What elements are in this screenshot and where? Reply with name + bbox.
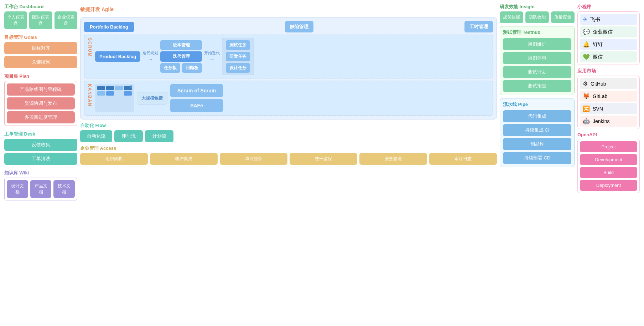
btn-roadmap[interactable]: 产品路线图与里程碑 — [7, 83, 75, 96]
left-sidebar: 工作台 Dashboard 个人仪表盘 团队仪表盘 企业仪表盘 目标管理 Goa… — [4, 4, 77, 322]
wecom-label: 企业微信 — [593, 29, 613, 35]
btn-cd[interactable]: 持续部署 CD — [503, 152, 571, 164]
btn-personal-dashboard[interactable]: 个人仪表盘 — [4, 11, 27, 29]
btn-audit[interactable]: 审计日志 — [429, 153, 497, 165]
worktime-mgmt: 工时管理 — [464, 21, 493, 32]
btn-team-dashboard[interactable]: 团队仪表盘 — [29, 11, 52, 29]
btn-auth[interactable]: 统一鉴权 — [290, 153, 357, 165]
agile-title: 敏捷开发 Agile — [80, 6, 497, 14]
kanban-content: 3 — [95, 84, 490, 112]
github-icon: ⚙ — [583, 80, 588, 87]
miniapp-dingtalk[interactable]: 🔔 钉钉 — [580, 39, 637, 50]
kanban-col-1 — [97, 86, 105, 96]
btn-org[interactable]: 组织架构 — [80, 153, 148, 165]
btn-tech-doc[interactable]: 技术文档 — [53, 180, 75, 198]
kanban-card — [115, 86, 123, 90]
reviewboard: 回顾板 — [182, 63, 202, 73]
app-github[interactable]: ⚙ GitHub — [580, 78, 637, 89]
btn-instant-flow[interactable]: 即时流 — [114, 130, 143, 142]
product-backlog: Product Backlog — [95, 51, 140, 62]
kanban-card — [97, 91, 105, 96]
btn-sso[interactable]: 单点登录 — [220, 153, 287, 165]
gitlab-label: GitLab — [593, 93, 607, 99]
iter-start-label: 开始迭代 — [204, 50, 220, 56]
dingtalk-label: 钉钉 — [593, 41, 603, 48]
miniapp-title: 小程序 — [577, 4, 640, 10]
btn-openapi-project[interactable]: Project — [580, 141, 637, 152]
app-gitlab[interactable]: 🦊 GitLab — [580, 91, 637, 102]
btn-design-doc[interactable]: 设计文档 — [7, 180, 28, 198]
btn-quality[interactable]: 质量度量 — [551, 11, 575, 23]
miniapp-wecom[interactable]: 💬 企业微信 — [580, 26, 637, 37]
btn-openapi-deploy[interactable]: Deployment — [580, 180, 637, 191]
kanban-cols — [97, 86, 132, 96]
btn-test-report[interactable]: 测试报告 — [503, 80, 571, 92]
auto-title: 自动化 Flow — [80, 122, 173, 129]
btn-feedback[interactable]: 反馈收集 — [4, 139, 77, 151]
kanban-section: KANBAN 3 — [84, 81, 493, 116]
goals-section: 目标管理 Goals 目标对齐 关键结果 — [4, 34, 77, 68]
insight-title: 研发效能 Insight — [500, 4, 575, 10]
miniapp-wechat[interactable]: 💚 微信 — [580, 51, 637, 62]
scrum-label: SCRUM — [87, 38, 92, 75]
app-jenkins[interactable]: 🤖 Jenkins — [580, 116, 637, 127]
btn-test-plan[interactable]: 测试计划 — [503, 66, 571, 78]
btn-case-maintain[interactable]: 用例维护 — [503, 38, 571, 50]
openapi-section: OpenAPI Project Development Build Deploy… — [577, 132, 640, 193]
jenkins-icon: 🤖 — [583, 118, 590, 124]
github-label: GitHub — [591, 81, 606, 87]
kanban-col-3 — [115, 86, 123, 96]
btn-key-results[interactable]: 关键结果 — [4, 56, 77, 68]
btn-goals-align[interactable]: 目标对齐 — [4, 42, 77, 54]
miniapp-feishu[interactable]: ✈ 飞书 — [580, 14, 637, 25]
plan-title: 项目集 Plan — [4, 73, 77, 80]
dashboard-section: 工作台 Dashboard 个人仪表盘 团队仪表盘 企业仪表盘 — [4, 4, 77, 29]
enterprise-title: 企业管理 Access — [80, 145, 497, 152]
version-mgmt: 版本管理 — [160, 40, 202, 50]
dashboard-title: 工作台 Dashboard — [4, 4, 77, 10]
btn-code-ci[interactable]: 代码集成 — [503, 110, 571, 122]
btn-security[interactable]: 安全管理 — [359, 153, 427, 165]
iter-plan-label: 迭代规划 — [142, 50, 158, 56]
plan-section: 项目集 Plan 产品路线图与里程碑 资源协调与发布 多项目进度管理 — [4, 73, 77, 126]
enterprise-section: 企业管理 Access 组织架构 帐户集成 单点登录 统一鉴权 安全管理 审计日… — [80, 145, 497, 165]
kanban-num: 3 — [130, 85, 132, 88]
goals-title: 目标管理 Goals — [4, 34, 77, 41]
btn-auto-flow[interactable]: 自动化流 — [80, 130, 112, 142]
feishu-label: 飞书 — [590, 16, 600, 23]
btn-plan-flow[interactable]: 计划流 — [145, 130, 173, 142]
right-mid-column: 研发效能 Insight 成员效能 团队效能 质量度量 测试管理 Testhub… — [500, 4, 575, 322]
feishu-icon: ✈ — [583, 16, 587, 23]
pipe-section: 流水线 Pipe 代码集成 持续集成 CI 制品库 持续部署 CD — [500, 98, 575, 167]
svn-label: SVN — [593, 106, 603, 112]
btn-openapi-build[interactable]: Build — [580, 167, 637, 178]
btn-team-insight[interactable]: 团队效能 — [525, 11, 549, 23]
btn-resource[interactable]: 资源协调与发布 — [7, 97, 75, 109]
wecom-icon: 💬 — [583, 29, 590, 35]
btn-product-doc[interactable]: 产品文档 — [30, 180, 52, 198]
large-agile-title: 大规模敏捷 — [141, 95, 163, 101]
wiki-title: 知识库 Wiki — [4, 170, 77, 176]
app-svn[interactable]: 🔀 SVN — [580, 103, 637, 114]
scrum-content: Product Backlog 迭代规划 → 版本管理 迭代管理 — [95, 38, 490, 75]
kanban-col-2 — [106, 86, 114, 96]
btn-enterprise-dashboard[interactable]: 企业仪表盘 — [54, 11, 77, 29]
appmarket-title: 应用市场 — [577, 68, 640, 74]
btn-artifact[interactable]: 制品库 — [503, 138, 571, 150]
large-agile-box: 大规模敏捷 — [137, 92, 167, 105]
btn-case-review[interactable]: 用例评审 — [503, 52, 571, 64]
wiki-section: 知识库 Wiki 设计文档 产品文档 技术文档 — [4, 170, 77, 200]
tasks-box: 测试任务 研发任务 设计任务 — [222, 38, 254, 75]
wechat-label: 微信 — [593, 54, 603, 60]
btn-openapi-dev[interactable]: Development — [580, 154, 637, 165]
dev-task: 研发任务 — [226, 52, 250, 61]
kanban-card — [106, 91, 114, 96]
btn-member-insight[interactable]: 成员效能 — [500, 11, 523, 23]
btn-ci[interactable]: 持续集成 CI — [503, 124, 571, 136]
kanban-card — [124, 91, 132, 96]
desk-section: 工单管理 Desk 反馈收集 工单清洗 — [4, 131, 77, 165]
scrum-of-scrum: Scrum of Scrum — [170, 84, 223, 97]
btn-account[interactable]: 帐户集成 — [150, 153, 218, 165]
btn-multiproject[interactable]: 多项目进度管理 — [7, 111, 75, 123]
btn-ticket-clean[interactable]: 工单清洗 — [4, 153, 77, 165]
